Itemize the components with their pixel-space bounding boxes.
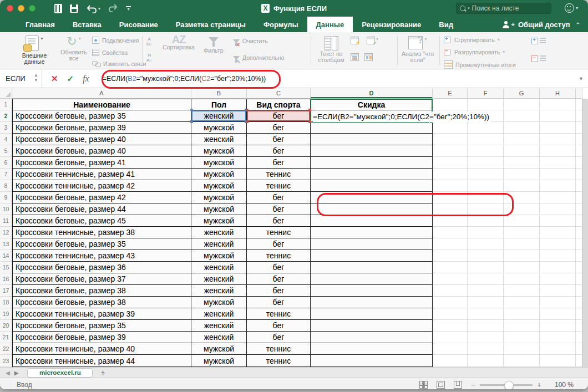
cell-h12[interactable]: [540, 227, 576, 238]
sort-button[interactable]: АZ Сортировка: [161, 37, 196, 50]
cell-d3[interactable]: [311, 122, 433, 134]
sheet-tab-active[interactable]: microexcel.ru: [27, 368, 93, 378]
share-button[interactable]: + Общий доступ ⌃: [503, 17, 580, 32]
cell-c8[interactable]: теннис: [247, 180, 311, 192]
redo-button[interactable]: [108, 3, 118, 14]
flash-fill-icon[interactable]: [351, 37, 359, 44]
confirm-entry-button[interactable]: ✓: [67, 74, 74, 84]
cell-f4[interactable]: [468, 134, 504, 145]
cell-g12[interactable]: [504, 227, 540, 238]
cell-c9[interactable]: бег: [247, 192, 311, 203]
cell-f13[interactable]: [468, 238, 504, 250]
minimize-window-button[interactable]: [18, 5, 24, 12]
cell-g11[interactable]: [504, 215, 540, 227]
cell-b12[interactable]: женский: [191, 227, 247, 238]
cell-f23[interactable]: [468, 355, 504, 367]
cell-a8[interactable]: Кроссовки теннисные, размер 42: [12, 180, 191, 192]
cell-h16[interactable]: [540, 273, 576, 285]
name-box-stepper[interactable]: ▲▼: [34, 73, 38, 83]
cell-d19[interactable]: [311, 308, 433, 320]
cell-d18[interactable]: [311, 297, 433, 308]
next-sheet-icon[interactable]: ▶: [14, 370, 19, 376]
cell-c22[interactable]: теннис: [247, 343, 311, 355]
clear-filter-button[interactable]: ✕ Очистить: [233, 38, 268, 44]
cell-c19[interactable]: теннис: [247, 308, 311, 320]
feedback-button[interactable]: ▾: [565, 3, 578, 13]
cell-e20[interactable]: [433, 320, 468, 332]
cell-e10[interactable]: [433, 203, 468, 215]
tab-Главная[interactable]: Главная: [17, 17, 64, 32]
column-header-E[interactable]: E: [433, 88, 468, 99]
filter-button[interactable]: Фильтр: [199, 37, 229, 54]
customize-toolbar-button[interactable]: ▾: [126, 6, 131, 11]
cell-d21[interactable]: [311, 332, 433, 343]
column-header-C[interactable]: C: [247, 88, 311, 99]
cell-h2[interactable]: [540, 110, 576, 122]
tab-Вставка[interactable]: Вставка: [64, 17, 110, 32]
cell-a15[interactable]: Кроссовки беговые, размер 36: [12, 262, 191, 273]
row-header-1[interactable]: 1: [0, 99, 12, 110]
cell-g3[interactable]: [504, 122, 540, 134]
row-header-22[interactable]: 22: [0, 343, 12, 355]
column-header-H[interactable]: H: [540, 88, 576, 99]
column-header-F[interactable]: F: [468, 88, 504, 99]
cell-f10[interactable]: [468, 203, 504, 215]
cell-h23[interactable]: [540, 355, 576, 367]
cell-h3[interactable]: [540, 122, 576, 134]
cell-c20[interactable]: бег: [247, 320, 311, 332]
cell-g14[interactable]: [504, 250, 540, 262]
cell-g22[interactable]: [504, 343, 540, 355]
row-header-8[interactable]: 8: [0, 180, 12, 192]
cell-a22[interactable]: Кроссовки теннисные, размер 40: [12, 343, 191, 355]
cell-c12[interactable]: теннис: [247, 227, 311, 238]
cell-a5[interactable]: Кроссовки беговые, размер 40: [12, 145, 191, 157]
cell-c10[interactable]: бег: [247, 203, 311, 215]
cell-c21[interactable]: бег: [247, 332, 311, 343]
tab-Рисование[interactable]: Рисование: [110, 17, 167, 32]
cell-g8[interactable]: [504, 180, 540, 192]
cell-g5[interactable]: [504, 145, 540, 157]
cell-g6[interactable]: [504, 157, 540, 169]
row-header-14[interactable]: 14: [0, 250, 12, 262]
cell-e9[interactable]: [433, 192, 468, 203]
cell-e14[interactable]: [433, 250, 468, 262]
row-header-15[interactable]: 15: [0, 262, 12, 273]
cell-f1[interactable]: [468, 99, 504, 110]
cell-g1[interactable]: [504, 99, 540, 110]
add-sheet-button[interactable]: +: [100, 368, 105, 377]
cell-h10[interactable]: [540, 203, 576, 215]
row-header-4[interactable]: 4: [0, 134, 12, 145]
close-window-button[interactable]: [7, 5, 13, 12]
cell-a19[interactable]: Кроссовки теннисные, размер 39: [12, 308, 191, 320]
cell-e15[interactable]: [433, 262, 468, 273]
row-header-3[interactable]: 3: [0, 122, 12, 134]
cell-h22[interactable]: [540, 343, 576, 355]
cell-e22[interactable]: [433, 343, 468, 355]
cell-d15[interactable]: [311, 262, 433, 273]
formula-input[interactable]: =ЕСЛИ(B2="мужской";0;ЕСЛИ(C2="бег";20%;1…: [103, 75, 266, 83]
cell-c4[interactable]: бег: [247, 134, 311, 145]
cell-e1[interactable]: [433, 99, 468, 110]
cell-c2[interactable]: бег: [247, 110, 311, 122]
cell-a20[interactable]: Кроссовки беговые, размер 35: [12, 320, 191, 332]
row-header-23[interactable]: 23: [0, 355, 12, 367]
data-validation-icon[interactable]: [367, 37, 375, 44]
row-header-13[interactable]: 13: [0, 238, 12, 250]
cell-b6[interactable]: мужской: [191, 157, 247, 169]
cell-h8[interactable]: [540, 180, 576, 192]
cell-e17[interactable]: [433, 285, 468, 297]
cell-a10[interactable]: Кроссовки беговые, размер 44: [12, 203, 191, 215]
cell-f20[interactable]: [468, 320, 504, 332]
cell-g17[interactable]: [504, 285, 540, 297]
cell-b10[interactable]: мужской: [191, 203, 247, 215]
cell-a9[interactable]: Кроссовки беговые, размер 42: [12, 192, 191, 203]
cell-c5[interactable]: бег: [247, 145, 311, 157]
row-header-12[interactable]: 12: [0, 227, 12, 238]
row-header-5[interactable]: 5: [0, 145, 12, 157]
cell-b9[interactable]: мужской: [191, 192, 247, 203]
cell-c3[interactable]: бег: [247, 122, 311, 134]
new-document-icon[interactable]: [54, 4, 62, 13]
select-all-corner[interactable]: [0, 88, 12, 99]
cell-h7[interactable]: [540, 169, 576, 180]
cell-b14[interactable]: мужской: [191, 250, 247, 262]
